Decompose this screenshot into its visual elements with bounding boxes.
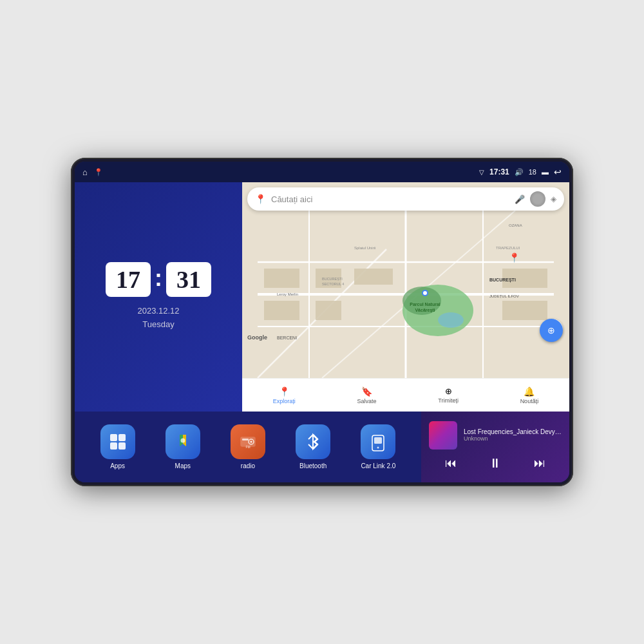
svg-text:FM: FM <box>245 445 250 449</box>
battery-level: 18 <box>529 168 536 176</box>
apps-label: Apps <box>110 462 125 469</box>
svg-line-43 <box>308 435 313 439</box>
car-head-unit: ⌂ 📍 ▽ 17:31 🔊 18 ▬ ↩ 17 : <box>71 158 573 486</box>
map-svg: Parcul Natural Văcărești Leroy Merlin BU… <box>242 211 569 378</box>
status-right-icons: ▽ 17:31 🔊 18 ▬ ↩ <box>479 167 562 177</box>
svg-text:📍: 📍 <box>509 252 520 263</box>
app-icon-apps[interactable]: Apps <box>100 424 135 469</box>
svg-text:BERCENI: BERCENI <box>277 336 297 340</box>
radio-icon: FM <box>231 424 265 459</box>
app-icon-radio[interactable]: FM radio <box>231 424 265 469</box>
signal-icon: ▽ <box>479 169 484 176</box>
map-nav-saved[interactable]: 🔖 Salvate <box>352 384 382 407</box>
news-label: Noutăți <box>520 398 539 404</box>
music-thumbnail <box>429 421 457 450</box>
maps-shortcut-icon[interactable]: 📍 <box>94 168 103 176</box>
main-content: 17 : 31 2023.12.12 Tuesday 📍 Căutați aic… <box>75 182 569 482</box>
saved-label: Salvate <box>357 398 377 404</box>
clock-minutes: 31 <box>166 262 211 297</box>
svg-text:SECTORUL 4: SECTORUL 4 <box>322 282 344 286</box>
device-screen: ⌂ 📍 ▽ 17:31 🔊 18 ▬ ↩ 17 : <box>75 162 569 482</box>
share-icon: ⊕ <box>445 386 452 396</box>
map-mic-icon[interactable]: 🎤 <box>515 194 525 204</box>
back-icon[interactable]: ↩ <box>554 167 562 177</box>
map-search-pin-icon: 📍 <box>255 194 266 204</box>
svg-text:OZANA: OZANA <box>509 223 522 227</box>
svg-rect-35 <box>110 442 117 450</box>
top-section: 17 : 31 2023.12.12 Tuesday 📍 Căutați aic… <box>75 182 569 412</box>
svg-rect-34 <box>118 434 126 441</box>
svg-text:Splaiul Unirii: Splaiul Unirii <box>354 246 375 250</box>
explore-icon: 📍 <box>279 386 290 397</box>
music-top: Lost Frequencies_Janieck Devy-... Unknow… <box>429 421 562 450</box>
map-nav-news[interactable]: 🔔 Noutăți <box>515 384 544 407</box>
bluetooth-icon <box>296 424 330 459</box>
svg-text:BUCUREȘTI: BUCUREȘTI <box>489 278 516 283</box>
apps-icon <box>100 424 135 459</box>
music-player: Lost Frequencies_Janieck Devy-... Unknow… <box>421 412 569 482</box>
music-next-button[interactable]: ⏭ <box>529 454 551 473</box>
share-label: Trimiteți <box>438 397 459 404</box>
status-time: 17:31 <box>489 167 509 176</box>
app-icon-maps[interactable]: Maps <box>166 424 200 469</box>
explore-label: Explorați <box>273 398 296 404</box>
svg-rect-36 <box>118 442 126 450</box>
music-prev-button[interactable]: ⏮ <box>440 454 462 473</box>
svg-text:TRAPEZULUI: TRAPEZULUI <box>496 246 520 250</box>
battery-icon: ▬ <box>542 168 549 176</box>
map-nav-share[interactable]: ⊕ Trimiteți <box>433 384 464 406</box>
svg-rect-46 <box>374 437 382 444</box>
svg-text:Leroy Merlin: Leroy Merlin <box>277 292 298 296</box>
user-avatar[interactable] <box>530 191 545 207</box>
clock-hours: 17 <box>106 262 151 297</box>
svg-text:Parcul Natural: Parcul Natural <box>410 302 440 307</box>
saved-icon: 🔖 <box>361 386 372 397</box>
status-bar: ⌂ 📍 ▽ 17:31 🔊 18 ▬ ↩ <box>75 162 569 182</box>
map-nav-explore[interactable]: 📍 Explorați <box>268 384 301 407</box>
map-search-bar[interactable]: 📍 Căutați aici 🎤 ◈ <box>247 187 564 211</box>
svg-point-41 <box>250 441 252 443</box>
svg-rect-15 <box>316 301 341 320</box>
map-canvas[interactable]: Parcul Natural Văcărești Leroy Merlin BU… <box>242 211 569 378</box>
map-layers-icon[interactable]: ◈ <box>551 194 556 204</box>
app-grid: Apps Maps <box>75 412 421 482</box>
clock-panel: 17 : 31 2023.12.12 Tuesday <box>75 182 242 412</box>
home-icon[interactable]: ⌂ <box>82 167 88 177</box>
map-direction-button[interactable]: ⊕ <box>540 319 563 342</box>
svg-text:JUDEȚUL ILFOV: JUDEȚUL ILFOV <box>489 294 519 298</box>
status-left-icons: ⌂ 📍 <box>82 167 103 177</box>
clock-date: 2023.12.12 Tuesday <box>137 305 179 332</box>
music-info: Lost Frequencies_Janieck Devy-... Unknow… <box>464 428 562 442</box>
music-controls: ⏮ ⏸ ⏭ <box>429 453 562 473</box>
bottom-section: Apps Maps <box>75 412 569 482</box>
map-search-placeholder[interactable]: Căutați aici <box>271 194 509 204</box>
maps-label: Maps <box>175 462 191 469</box>
music-play-button[interactable]: ⏸ <box>484 453 507 473</box>
svg-line-44 <box>308 444 313 449</box>
svg-rect-18 <box>502 301 547 320</box>
clock-display: 17 : 31 <box>106 262 211 297</box>
svg-point-37 <box>180 439 185 443</box>
svg-rect-12 <box>264 269 299 288</box>
map-panel[interactable]: 📍 Căutați aici 🎤 ◈ <box>242 182 569 412</box>
svg-text:BUCUREȘTI: BUCUREȘTI <box>322 277 343 281</box>
volume-icon[interactable]: 🔊 <box>515 168 524 176</box>
google-logo: Google <box>247 334 267 341</box>
map-bottom-nav: 📍 Explorați 🔖 Salvate ⊕ Trimiteți 🔔 <box>242 378 569 412</box>
svg-rect-16 <box>354 269 393 285</box>
bluetooth-label: Bluetooth <box>299 462 327 469</box>
carlink-icon <box>361 424 395 459</box>
news-icon: 🔔 <box>524 386 535 397</box>
svg-point-11 <box>438 312 464 328</box>
app-icon-bluetooth[interactable]: Bluetooth <box>296 424 330 469</box>
svg-rect-13 <box>264 301 299 320</box>
svg-rect-33 <box>110 434 117 441</box>
carlink-label: Car Link 2.0 <box>361 462 395 469</box>
maps-icon <box>166 424 200 459</box>
radio-label: radio <box>241 462 255 469</box>
music-artist: Unknown <box>464 435 562 442</box>
app-icon-carlink[interactable]: Car Link 2.0 <box>361 424 395 469</box>
svg-point-31 <box>423 291 427 295</box>
svg-point-47 <box>377 447 379 449</box>
svg-rect-39 <box>242 439 249 440</box>
